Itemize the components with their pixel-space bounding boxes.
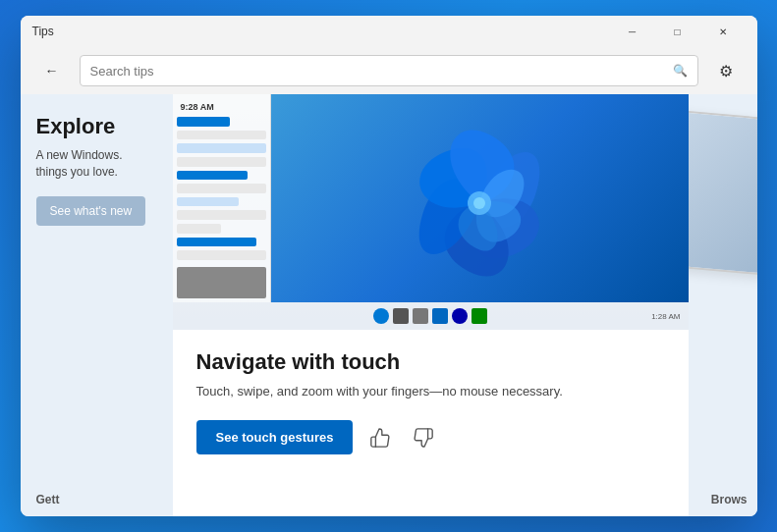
mini-row-4 [177,157,266,167]
thumbs-up-button[interactable] [364,422,396,453]
taskbar-icon-2 [393,308,409,324]
titlebar: Tips ─ □ ✕ [21,16,757,47]
search-icon[interactable]: 🔍 [673,64,688,78]
left-bottom-label: Gett [36,493,60,506]
settings-button[interactable]: ⚙ [710,55,742,86]
tablet-mockup [689,109,757,276]
taskbar-icon-4 [432,308,448,324]
window-title: Tips [32,25,610,38]
taskbar-icon-5 [452,308,468,324]
taskbar-right-info: 1:28 AM [651,312,680,321]
thumbs-down-icon [413,427,434,449]
search-input[interactable] [90,64,673,79]
taskbar-time: 1:28 AM [651,312,680,321]
mini-row-7 [177,197,240,207]
maximize-button[interactable]: □ [655,16,700,47]
toolbar: ← 🔍 ⚙ [21,47,757,94]
win11-flower-svg [401,105,558,292]
mini-row-10 [177,238,257,247]
win-desktop: 9:28 AM [173,94,689,302]
win-flower-area [271,94,689,302]
content-actions: See touch gestures [196,420,665,454]
search-bar: 🔍 [80,55,698,86]
win-time: 9:28 AM [177,98,266,114]
thumbnail [177,267,266,298]
hero-image: 9:28 AM [173,94,689,330]
taskbar-icon-3 [413,308,428,324]
mini-row-11 [177,250,266,260]
mini-row-1 [177,117,231,127]
svg-point-1 [473,197,485,209]
mini-row-9 [177,224,222,234]
left-panel-subtitle: A new Windows. things you love. [36,147,157,181]
taskbar-icon-6 [472,308,487,324]
mini-row-3 [177,143,266,153]
see-touch-gestures-button[interactable]: See touch gestures [196,420,354,454]
see-whats-new-button[interactable]: See what's new [36,196,146,226]
thumbs-down-button[interactable] [408,422,439,453]
win-sidebar-mini: 9:28 AM [173,94,271,302]
win-taskbar: 1:28 AM [173,302,689,330]
left-panel-title: Explore [36,114,157,139]
thumbs-up-icon [369,427,391,449]
mini-row-6 [177,184,266,193]
mini-row-8 [177,210,266,220]
tips-window: Tips ─ □ ✕ ← 🔍 ⚙ Explore A new Windows. … [21,16,757,516]
mini-row-5 [177,171,249,181]
content-title: Navigate with touch [196,349,665,375]
minimize-button[interactable]: ─ [610,16,655,47]
tablet-screen [689,111,757,274]
content-subtitle: Touch, swipe, and zoom with your fingers… [196,383,665,400]
main-content: Explore A new Windows. things you love. … [21,94,757,516]
left-panel: Explore A new Windows. things you love. … [21,94,173,516]
window-controls: ─ □ ✕ [610,16,746,47]
center-panel: 9:28 AM [173,94,689,516]
content-text-area: Navigate with touch Touch, swipe, and zo… [173,330,689,516]
right-panel: Brows [689,94,757,516]
back-button[interactable]: ← [36,55,68,86]
mini-row-2 [177,131,266,140]
taskbar-icon-1 [373,308,389,324]
close-button[interactable]: ✕ [700,16,746,47]
right-panel-label: Brows [711,493,748,506]
